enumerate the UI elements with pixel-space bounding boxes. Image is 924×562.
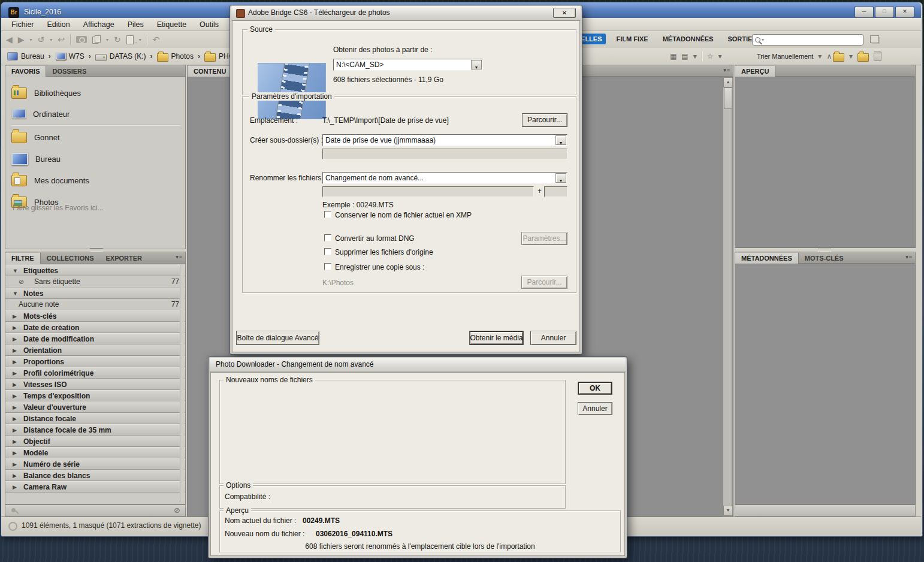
delete-originals-checkbox[interactable] xyxy=(324,248,331,255)
tab-mots-cle-s[interactable]: MOTS-CLÉS xyxy=(799,253,850,264)
breadcrumb-bureau[interactable]: Bureau xyxy=(7,52,44,61)
camera-download-icon[interactable] xyxy=(76,36,87,43)
keep-xmp-checkbox[interactable] xyxy=(324,211,331,218)
scroll-up-icon[interactable]: ▲ xyxy=(723,77,733,87)
filter-section-distance-focale[interactable]: ▶Distance focale xyxy=(5,413,186,424)
scroll-down-icon[interactable]: ▼ xyxy=(723,506,733,516)
filter-section-balance-des-blancs[interactable]: ▶Balance des blancs xyxy=(5,470,186,481)
advanced-dialog-button[interactable]: Boîte de dialogue Avancé xyxy=(236,331,319,345)
cancel-button[interactable]: Annuler xyxy=(530,331,576,345)
chevron-down-icon[interactable]: ▾ xyxy=(818,52,822,61)
undo-icon[interactable]: ↶ xyxy=(153,35,160,44)
content-scrollbar[interactable]: ▲ ▼ xyxy=(723,77,732,516)
menu-piles[interactable]: Piles xyxy=(121,20,150,29)
open-folder-icon[interactable] xyxy=(833,53,844,62)
copy-browse-button[interactable]: Parcourir... xyxy=(521,276,567,289)
filter-section-objectif[interactable]: ▶Objectif xyxy=(5,436,186,447)
maximize-button[interactable]: □ xyxy=(875,6,894,18)
chevron-down-icon[interactable]: ▾ xyxy=(849,52,853,61)
recent-items-icon[interactable]: ↺ xyxy=(38,35,45,44)
export-file-icon[interactable] xyxy=(126,35,134,44)
menu-edition[interactable]: Edition xyxy=(41,20,77,29)
boomerang-icon[interactable]: ↩ xyxy=(58,35,65,44)
chevron-down-icon[interactable]: ▾ xyxy=(50,37,52,43)
filter-section-camera-raw[interactable]: ▶Camera Raw xyxy=(5,481,186,492)
tab-exporter[interactable]: EXPORTER xyxy=(100,253,149,264)
favorite-item-mes-documents[interactable]: Mes documents xyxy=(11,171,89,189)
tab-favoris[interactable]: FAVORIS xyxy=(5,66,46,77)
favorite-item-ordinateur[interactable]: Ordinateur xyxy=(11,105,70,123)
favorite-item-gonnet[interactable]: Gonnet xyxy=(11,128,60,146)
filter-section-profil-colorime-trique[interactable]: ▶Profil colorimétrique xyxy=(5,367,186,379)
filter-scrollbar[interactable] xyxy=(180,265,185,502)
tab-filtre[interactable]: FILTRE xyxy=(5,253,41,264)
source-device-select[interactable]: N:\<CAM_SD>▼ xyxy=(333,59,483,71)
breadcrumb-datas-k[interactable]: DATAS (K:) xyxy=(95,52,146,61)
clear-filter-icon[interactable]: ⊘ xyxy=(174,506,180,515)
panel-splitter[interactable] xyxy=(90,248,103,252)
browse-button[interactable]: Parcourir... xyxy=(522,113,567,127)
filter-section-orientation[interactable]: ▶Orientation xyxy=(5,345,186,356)
save-copy-checkbox[interactable] xyxy=(324,263,331,270)
rename-select[interactable]: Changement de nom avancé...▼ xyxy=(322,172,567,184)
delete-icon[interactable] xyxy=(874,52,881,61)
filter-item-sans-e-tiquette[interactable]: ⊘Sans étiquette77 xyxy=(5,276,186,288)
panel-menu-icon[interactable]: ▾≡ xyxy=(905,254,913,260)
breadcrumb-w7s[interactable]: W7S xyxy=(55,52,84,61)
search-input[interactable]: ▾ xyxy=(752,34,863,46)
get-media-button[interactable]: Obtenir le média xyxy=(469,331,524,345)
workspace-tab-me-tadonne-es[interactable]: MÉTADONNÉES xyxy=(659,34,717,44)
filter-section-temps-d-exposition[interactable]: ▶Temps d'exposition xyxy=(5,390,186,401)
favorite-item-bibliothe-ques[interactable]: Bibliothèques xyxy=(11,84,81,102)
chevron-down-icon[interactable]: ▼ xyxy=(471,60,482,70)
filter-section-mode-le[interactable]: ▶Modèle xyxy=(5,447,186,458)
menu-outils[interactable]: Outils xyxy=(193,20,225,29)
star-rating-icon[interactable]: ☆ xyxy=(707,52,714,61)
rename-number-field[interactable] xyxy=(544,186,567,197)
filter-section-etiquettes[interactable]: ▼Etiquettes xyxy=(5,265,186,276)
chevron-down-icon[interactable]: ▼ xyxy=(555,173,566,183)
scrollbar-thumb[interactable] xyxy=(724,87,732,109)
new-folder-icon[interactable] xyxy=(857,53,869,62)
compact-mode-icon[interactable] xyxy=(870,35,879,43)
tab-me-tadonne-es[interactable]: MÉTADONNÉES xyxy=(735,253,799,264)
filter-item-aucune-note[interactable]: Aucune note77 xyxy=(5,299,186,310)
filter-section-date-de-cre-ation[interactable]: ▶Date de création xyxy=(5,322,186,333)
breadcrumb-photos[interactable]: Photos xyxy=(157,51,194,62)
sort-control[interactable]: Trier Manuellement ▾ ∧ xyxy=(757,50,832,62)
panel-menu-icon[interactable]: ▾≡ xyxy=(723,67,730,73)
tab-apercu[interactable]: APERÇU xyxy=(735,66,775,77)
filter-section-vitesses-iso[interactable]: ▶Vitesses ISO xyxy=(5,379,186,390)
subfolder-select[interactable]: Date de prise de vue (jjmmmaaaa)▼ xyxy=(322,134,567,146)
favorite-item-bureau[interactable]: Bureau xyxy=(11,150,61,168)
sort-ascending-icon[interactable]: ∧ xyxy=(826,52,832,61)
panel-menu-icon[interactable]: ▾≡ xyxy=(176,254,183,260)
panel-splitter[interactable] xyxy=(818,249,831,252)
cancel-button[interactable]: Annuler xyxy=(578,402,612,415)
duplicate-icon[interactable] xyxy=(92,35,101,44)
filter-section-date-de-modification[interactable]: ▶Date de modification xyxy=(5,333,186,345)
dng-settings-button[interactable]: Paramètres... xyxy=(521,232,567,245)
filter-section-distance-focale-de-35-mm[interactable]: ▶Distance focale de 35 mm xyxy=(5,424,186,436)
chevron-down-icon[interactable]: ▾ xyxy=(718,52,721,61)
filter-section-nume-ro-de-se-rie[interactable]: ▶Numéro de série xyxy=(5,458,186,470)
dialog-title-bar[interactable]: Adobe Bridge CS6 - Téléchargeur de photo… xyxy=(231,6,581,20)
menu-etiquette[interactable]: Etiquette xyxy=(150,20,193,29)
thumbnail-quality2-icon[interactable]: ▤ xyxy=(681,52,688,61)
tab-dossiers[interactable]: DOSSIERS xyxy=(46,66,92,77)
thumbnail-quality-icon[interactable]: ▦ xyxy=(670,52,677,61)
tab-collections[interactable]: COLLECTIONS xyxy=(41,253,100,264)
chevron-down-icon[interactable]: ▾ xyxy=(762,37,764,43)
back-arrow-icon[interactable]: ◀ xyxy=(6,35,13,44)
pin-icon[interactable] xyxy=(10,507,19,515)
chevron-down-icon[interactable]: ▼ xyxy=(555,135,566,145)
sort-label[interactable]: Trier Manuellement xyxy=(757,53,813,60)
dialog-title-bar[interactable]: Photo Downloader - Changement de nom ava… xyxy=(210,358,626,372)
workspace-tab-film-fixe[interactable]: FILM FIXE xyxy=(613,34,652,44)
convert-dng-checkbox[interactable] xyxy=(324,234,331,241)
forward-arrow-icon[interactable]: ▶ xyxy=(18,35,25,44)
chevron-down-icon[interactable]: ▾ xyxy=(139,37,141,43)
filter-section-mots-cle-s[interactable]: ▶Mots-clés xyxy=(5,310,186,322)
filter-section-valeur-d-ouverture[interactable]: ▶Valeur d'ouverture xyxy=(5,401,186,413)
menu-fichier[interactable]: Fichier xyxy=(5,20,41,29)
